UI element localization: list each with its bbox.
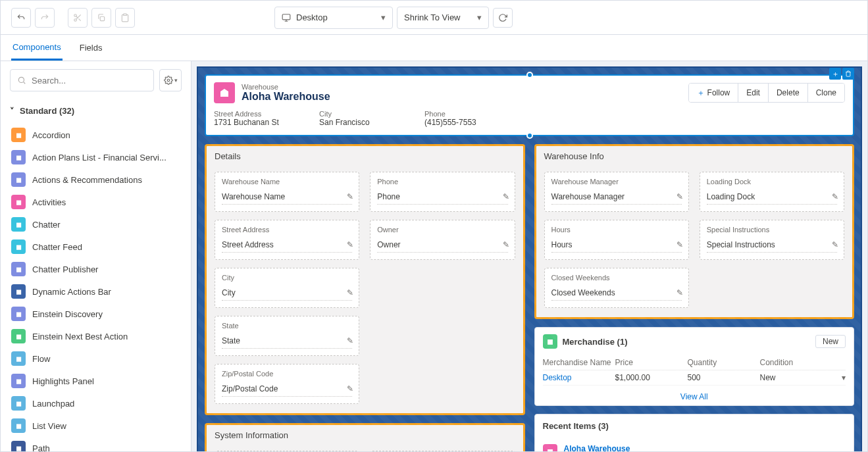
new-merchandise-button[interactable]: New (815, 335, 846, 348)
clone-button[interactable]: Clone (808, 84, 844, 102)
edit-icon[interactable]: ✎ (347, 384, 353, 393)
warehouse-info-panel[interactable]: Warehouse Info Warehouse ManagerWarehous… (534, 144, 855, 319)
edit-icon[interactable]: ✎ (347, 288, 353, 297)
component-label: Activities (32, 197, 66, 207)
edit-icon[interactable]: ✎ (677, 240, 683, 249)
component-icon: ◼ (11, 396, 26, 411)
zoom-select[interactable]: Shrink To View ▾ (397, 7, 489, 29)
field[interactable]: Closed WeekendsClosed Weekends✎ (544, 268, 689, 308)
component-item[interactable]: ◼Highlights Panel (10, 370, 182, 392)
view-all-link[interactable]: View All (535, 388, 854, 405)
field[interactable]: OwnerOwner✎ (370, 220, 515, 260)
compact-field: CitySan Francisco (319, 110, 398, 127)
row-menu-button[interactable]: ▾ (842, 373, 846, 382)
field-label: Hours (551, 226, 682, 234)
component-item[interactable]: ◼Einstein Discovery (10, 303, 182, 325)
cell: $1,000.00 (615, 373, 688, 382)
record-actions: ＋Follow Edit Delete Clone (688, 83, 845, 103)
settings-button[interactable]: ▾ (159, 69, 182, 91)
component-icon: ◼ (11, 307, 26, 321)
field-label: State (222, 322, 352, 330)
svg-point-1 (74, 18, 77, 21)
tab-components[interactable]: Components (11, 36, 63, 61)
add-component-button[interactable]: ＋ (829, 68, 841, 80)
field[interactable]: Street AddressStreet Address✎ (215, 220, 359, 260)
edit-icon[interactable]: ✎ (347, 240, 353, 249)
edit-icon[interactable]: ✎ (347, 192, 353, 201)
tab-fields[interactable]: Fields (78, 36, 104, 59)
field[interactable]: Warehouse ManagerWarehouse Manager✎ (544, 172, 689, 212)
device-label: Desktop (296, 13, 328, 22)
component-item[interactable]: ◼Dynamic Actions Bar (10, 280, 182, 303)
field[interactable]: HoursHours✎ (544, 220, 689, 260)
component-item[interactable]: ◼Action Plans List - Financial Servi... (10, 146, 182, 168)
component-item[interactable]: ◼List View (10, 414, 182, 437)
edit-icon[interactable]: ✎ (503, 192, 509, 201)
panel-title: System Information (207, 425, 523, 445)
col-header: Quantity (688, 358, 760, 367)
component-icon: ◼ (11, 329, 26, 343)
field[interactable]: Warehouse NameWarehouse Name✎ (215, 172, 359, 212)
field[interactable]: Special InstructionsSpecial Instructions… (700, 220, 844, 260)
canvas[interactable]: ＋ Warehouse Aloha Warehouse ＋Follow Edit… (197, 66, 862, 452)
search-input-wrap (10, 69, 154, 91)
component-item[interactable]: ◼Accordion (10, 124, 182, 146)
refresh-button[interactable] (493, 8, 513, 28)
delete-component-button[interactable] (842, 68, 854, 80)
desktop-icon (282, 13, 291, 22)
field-value: Closed Weekends (551, 286, 682, 301)
cut-button[interactable] (68, 8, 88, 28)
merchandise-related-list[interactable]: ◼ Merchandise (1) New Merchandise Name P… (534, 327, 855, 406)
edit-icon[interactable]: ✎ (677, 192, 683, 201)
search-input[interactable] (32, 76, 147, 86)
component-icon: ◼ (11, 351, 26, 366)
component-item[interactable]: ◼Chatter Feed (10, 236, 182, 258)
top-toolbar: Desktop ▾ Shrink To View ▾ (1, 1, 867, 35)
component-item[interactable]: ◼Chatter (10, 213, 182, 236)
svg-point-5 (18, 77, 24, 82)
recent-items-panel[interactable]: Recent Items (3) ◼Aloha WarehouseStreet … (534, 414, 855, 452)
component-item[interactable]: ◼Einstein Next Best Action (10, 325, 182, 347)
component-label: Accordion (32, 130, 70, 140)
recent-item-link[interactable]: Aloha Warehouse (564, 444, 682, 452)
edit-icon[interactable]: ✎ (832, 192, 838, 201)
paste-button[interactable] (115, 8, 135, 28)
warehouse-icon: ◼ (543, 444, 557, 452)
merchandise-icon: ◼ (543, 334, 557, 349)
component-label: Action Plans List - Financial Servi... (32, 153, 166, 163)
redo-button[interactable] (35, 8, 55, 28)
edit-icon[interactable]: ✎ (347, 336, 353, 345)
field[interactable]: Loading DockLoading Dock✎ (700, 172, 844, 212)
field[interactable]: CityCity✎ (215, 268, 359, 308)
delete-button[interactable]: Delete (769, 84, 808, 102)
device-select[interactable]: Desktop ▾ (274, 7, 393, 29)
field[interactable]: StateState✎ (215, 316, 359, 356)
field-value: San Francisco (319, 118, 398, 127)
field-value: Zip/Postal Code (222, 382, 352, 397)
edit-icon[interactable]: ✎ (832, 240, 838, 249)
field[interactable]: Zip/Postal CodeZip/Postal Code✎ (215, 364, 359, 404)
component-item[interactable]: ◼Launchpad (10, 392, 182, 414)
component-item[interactable]: ◼Actions & Recommendations (10, 168, 182, 191)
field[interactable]: PhonePhone✎ (370, 172, 515, 212)
component-item[interactable]: ◼Flow (10, 347, 182, 370)
component-icon: ◼ (11, 374, 26, 388)
highlights-panel[interactable]: ＋ Warehouse Aloha Warehouse ＋Follow Edit… (205, 74, 854, 136)
component-item[interactable]: ◼Activities (10, 191, 182, 213)
section-standard[interactable]: ˅ Standard (32) (10, 102, 182, 120)
resize-handle[interactable] (526, 132, 533, 139)
component-item[interactable]: ◼Path (10, 437, 182, 452)
resize-handle[interactable] (526, 72, 533, 78)
edit-icon[interactable]: ✎ (503, 240, 509, 249)
edit-icon[interactable]: ✎ (677, 288, 683, 297)
system-info-panel[interactable]: System Information Created ByCreated By✎… (205, 423, 525, 452)
component-item[interactable]: ◼Chatter Publisher (10, 258, 182, 280)
follow-button[interactable]: ＋Follow (689, 84, 739, 102)
details-panel[interactable]: Details Warehouse NameWarehouse Name✎Str… (205, 144, 525, 415)
undo-button[interactable] (11, 8, 31, 28)
copy-button[interactable] (91, 8, 111, 28)
edit-button[interactable]: Edit (738, 84, 769, 102)
merchandise-link[interactable]: Desktop (543, 373, 615, 382)
field-label: Zip/Postal Code (222, 370, 352, 378)
components-sidebar: ▾ ˅ Standard (32) ◼Accordion◼Action Plan… (1, 61, 191, 452)
